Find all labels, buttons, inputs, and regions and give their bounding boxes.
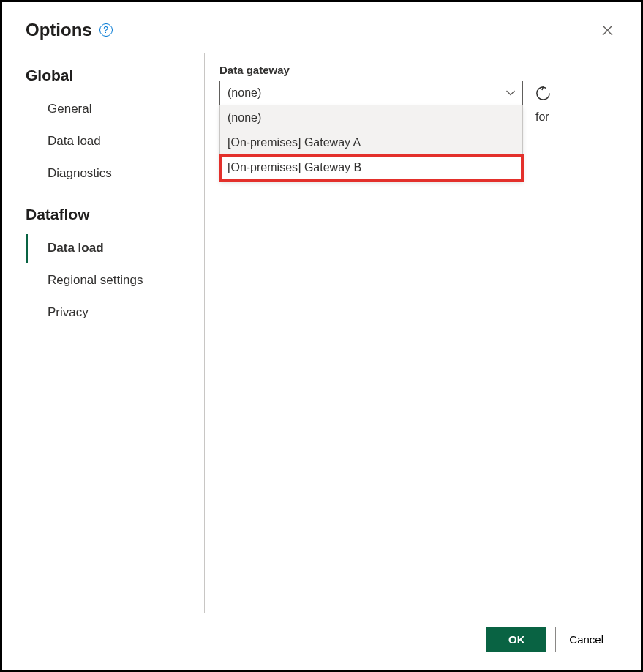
dropdown-option-gateway-a[interactable]: [On-premises] Gateway A <box>220 130 522 155</box>
select-box[interactable]: (none) <box>219 81 523 105</box>
ok-button[interactable]: OK <box>486 627 546 652</box>
dropdown-option-gateway-b[interactable]: [On-premises] Gateway B <box>220 155 522 180</box>
title-wrap: Options ? <box>26 20 113 40</box>
dialog-title: Options <box>26 20 92 40</box>
sidebar-item-dataflow-data-load[interactable]: Data load <box>26 234 201 263</box>
options-dialog: Options ? Global General Data load Diagn… <box>0 0 643 672</box>
data-gateway-select[interactable]: (none) (none) [On-premises] Gateway A [O… <box>219 81 523 105</box>
sidebar-item-diagnostics[interactable]: Diagnostics <box>26 159 201 188</box>
select-row: (none) (none) [On-premises] Gateway A [O… <box>219 81 617 105</box>
field-label-data-gateway: Data gateway <box>219 64 617 76</box>
refresh-button[interactable] <box>533 83 552 102</box>
dialog-header: Options ? <box>2 2 641 49</box>
sidebar-item-general[interactable]: General <box>26 94 201 124</box>
vertical-divider <box>204 53 205 613</box>
dialog-footer: OK Cancel <box>2 613 641 670</box>
close-icon <box>602 25 613 36</box>
dropdown-option-none[interactable]: (none) <box>220 105 522 130</box>
chevron-down-icon <box>505 89 516 97</box>
main-panel: Data gateway (none) (none) [On-premises]… <box>219 53 617 613</box>
refresh-icon <box>535 85 552 102</box>
section-heading-global: Global <box>26 62 201 89</box>
sidebar-item-privacy[interactable]: Privacy <box>26 298 201 327</box>
select-value: (none) <box>228 86 261 100</box>
sidebar: Global General Data load Diagnostics Dat… <box>26 53 201 613</box>
sidebar-item-regional-settings[interactable]: Regional settings <box>26 266 201 295</box>
section-heading-dataflow: Dataflow <box>26 201 201 228</box>
hint-tail-text: for <box>535 111 549 124</box>
sidebar-item-global-data-load[interactable]: Data load <box>26 127 201 156</box>
help-icon[interactable]: ? <box>99 23 113 37</box>
data-gateway-dropdown: (none) [On-premises] Gateway A [On-premi… <box>219 105 523 181</box>
dialog-body: Global General Data load Diagnostics Dat… <box>2 49 641 613</box>
close-button[interactable] <box>597 20 617 40</box>
cancel-button[interactable]: Cancel <box>555 627 617 652</box>
